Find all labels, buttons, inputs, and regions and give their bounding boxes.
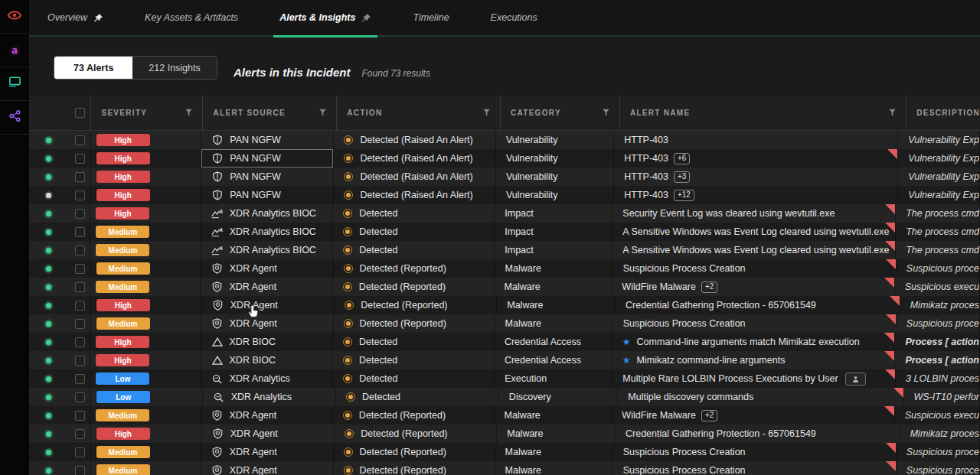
grouped-count-badge[interactable]: +3: [674, 171, 690, 183]
table-row[interactable]: Medium A XDR Agent Detected (Reported): [29, 314, 980, 333]
row-checkbox[interactable]: [75, 319, 85, 329]
filter-icon[interactable]: [483, 109, 490, 117]
table-row[interactable]: High A PAN NGFW Detected (Raised An Aler…: [29, 168, 980, 186]
alert-name-label[interactable]: Security Event Log was cleared using wev…: [622, 208, 835, 219]
row-checkbox[interactable]: [75, 411, 85, 421]
alert-name-label[interactable]: Mimikatz command-line arguments: [637, 355, 786, 366]
alert-status-dot: [46, 229, 51, 235]
row-checkbox[interactable]: [75, 190, 85, 200]
grouped-count-badge[interactable]: +6: [674, 153, 690, 164]
table-row[interactable]: Low A XDR Analytics Detected Di: [29, 388, 980, 406]
row-checkbox[interactable]: [75, 264, 85, 274]
pin-icon[interactable]: [361, 13, 371, 23]
table-row[interactable]: Medium A XDR Analytics BIOC Detected: [29, 241, 980, 259]
nav-tab-key-assets-artifacts[interactable]: Key Assets & Artifacts: [145, 0, 238, 36]
alert-name-label[interactable]: Command-line arguments match Mimikatz ex…: [637, 337, 860, 347]
alert-name-label[interactable]: HTTP-403: [624, 153, 668, 164]
table-row[interactable]: High A PAN NGFW Detected (Raised An Aler…: [29, 149, 980, 168]
table-row[interactable]: Medium A XDR Analytics BIOC Detected: [29, 223, 980, 241]
sidebar-item-endpoints[interactable]: [0, 67, 29, 101]
row-checkbox[interactable]: [75, 135, 85, 145]
table-row[interactable]: High A PAN NGFW Detected (Raised An Aler…: [29, 131, 980, 149]
table-row[interactable]: High A XDR Agent Detected (Reported): [29, 296, 980, 314]
row-checkbox[interactable]: [75, 301, 85, 311]
row-checkbox[interactable]: [75, 154, 85, 164]
row-checkbox[interactable]: [75, 356, 85, 366]
alert-name-label[interactable]: WildFire Malware: [622, 281, 696, 292]
description-label: The process cmd: [906, 208, 979, 219]
grouped-count-badge[interactable]: +2: [701, 410, 717, 421]
row-checkbox[interactable]: [75, 227, 85, 237]
alert-name-label[interactable]: Multiple discovery commands: [628, 392, 753, 402]
row-checkbox[interactable]: [75, 209, 85, 219]
nav-tab-overview[interactable]: Overview: [47, 0, 103, 36]
detected-icon: [343, 282, 352, 291]
alert-name-label[interactable]: WildFire Malware: [622, 410, 696, 421]
row-checkbox[interactable]: [75, 374, 85, 384]
column-header-severity[interactable]: SEVERITY: [91, 96, 203, 130]
column-header-category[interactable]: CATEGORY: [501, 96, 620, 130]
detected-icon: [343, 246, 352, 255]
nav-tab-executions[interactable]: Executions: [491, 0, 537, 36]
table-row[interactable]: Medium A XDR Agent Detected (Reported): [29, 259, 980, 278]
table-row[interactable]: Medium A XDR Agent Detected (Reported): [29, 278, 980, 296]
detected-icon: [344, 190, 353, 200]
alert-name-label[interactable]: HTTP-403: [624, 171, 668, 182]
grouped-count-badge[interactable]: +2: [701, 281, 717, 293]
filter-icon[interactable]: [603, 109, 609, 117]
alert-name-label[interactable]: Credential Gathering Protection - 657061…: [626, 300, 816, 311]
alert-status-dot: [46, 174, 51, 180]
table-row[interactable]: Medium A XDR Agent Detected (Reported): [29, 406, 980, 425]
filter-icon[interactable]: [185, 109, 192, 117]
pin-icon[interactable]: [93, 13, 103, 23]
row-checkbox[interactable]: [75, 337, 85, 347]
filter-icon[interactable]: [319, 109, 326, 117]
alert-name-label[interactable]: Suspicious Process Creation: [623, 447, 746, 457]
select-all-checkbox[interactable]: [75, 108, 85, 118]
xdr-agent-icon: [211, 447, 224, 457]
table-row[interactable]: High A XDR Analytics BIOC Detected: [29, 204, 980, 223]
alerts-table: SEVERITY ALERT SOURCE ACTION CATEGORY AL…: [29, 96, 980, 475]
table-row[interactable]: Low A XDR Analytics Detected Ex: [29, 369, 980, 388]
alert-name-label[interactable]: Multiple Rare LOLBIN Process Executions …: [622, 373, 838, 384]
alert-name-label[interactable]: Suspicious Process Creation: [623, 318, 746, 329]
table-row[interactable]: High A XDR BIOC Detected Creden: [29, 351, 980, 369]
nav-tab-alerts-insights[interactable]: Alerts & Insights: [279, 0, 371, 36]
grouped-count-badge[interactable]: +12: [674, 190, 694, 201]
table-row[interactable]: High A XDR Agent Detected (Reported): [29, 425, 980, 443]
table-row[interactable]: High A PAN NGFW Detected (Raised An Aler…: [29, 186, 980, 204]
sidebar-item-home[interactable]: [0, 0, 29, 34]
sidebar-item-incidents[interactable]: a: [0, 34, 29, 67]
sidebar-item-share[interactable]: [0, 101, 29, 135]
user-icon-button[interactable]: [845, 373, 866, 386]
table-row[interactable]: High A XDR BIOC Detected Creden: [29, 333, 980, 351]
row-checkbox[interactable]: [75, 466, 85, 475]
row-checkbox[interactable]: [75, 447, 85, 457]
nav-tab-timeline[interactable]: Timeline: [413, 0, 449, 36]
table-row[interactable]: Medium A XDR Agent Detected (Reported): [29, 461, 980, 475]
column-header-alert-name[interactable]: ALERT NAME: [620, 96, 906, 130]
insights-toggle-button[interactable]: 212 Insights: [132, 57, 216, 79]
row-checkbox[interactable]: [75, 172, 85, 182]
alert-name-label[interactable]: A Sensitive Windows was Event Log cleare…: [622, 226, 889, 237]
row-checkbox[interactable]: [75, 282, 85, 292]
severity-badge: Medium: [96, 409, 149, 421]
column-header-action[interactable]: ACTION: [337, 96, 501, 130]
row-checkbox[interactable]: [75, 429, 85, 439]
alert-name-label[interactable]: HTTP-403: [624, 135, 668, 145]
alert-name-label[interactable]: Suspicious Process Creation: [623, 263, 746, 274]
alert-name-label[interactable]: Credential Gathering Protection - 657061…: [626, 428, 816, 439]
row-checkbox[interactable]: [75, 246, 85, 255]
column-header-description[interactable]: DESCRIPTION: [906, 96, 980, 130]
row-checkbox[interactable]: [75, 392, 85, 402]
column-header-alert-source[interactable]: ALERT SOURCE: [203, 96, 337, 130]
action-label: Detected: [359, 226, 397, 237]
alert-name-label[interactable]: HTTP-403: [624, 190, 668, 200]
alert-name-label[interactable]: Suspicious Process Creation: [623, 465, 746, 475]
table-row[interactable]: Medium A XDR Agent Detected (Reported): [29, 443, 980, 461]
alert-name-label[interactable]: A Sensitive Windows was Event Log cleare…: [622, 245, 889, 255]
detected-icon: [344, 319, 353, 328]
detected-icon: [346, 392, 355, 402]
filter-icon[interactable]: [889, 109, 896, 117]
alerts-toggle-button[interactable]: 73 Alerts: [54, 57, 132, 79]
